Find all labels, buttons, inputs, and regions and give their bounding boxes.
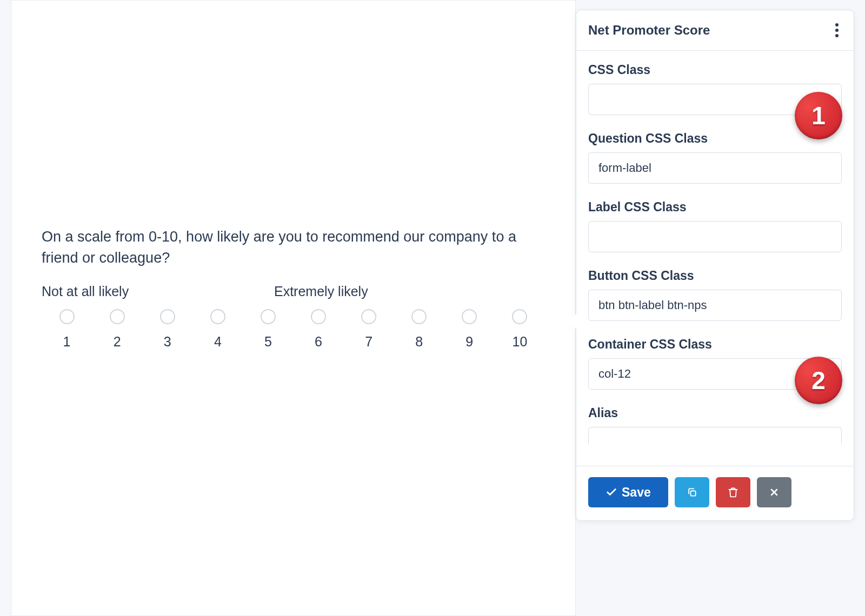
panel-pointer-icon xyxy=(569,313,577,330)
nps-option[interactable]: 1 xyxy=(42,309,92,350)
nps-number: 6 xyxy=(293,334,343,350)
nps-option[interactable]: 4 xyxy=(192,309,243,350)
panel-footer: Save xyxy=(576,466,854,520)
question-text: On a scale from 0-10, how likely are you… xyxy=(42,226,545,269)
radio-icon xyxy=(311,309,326,324)
radio-icon xyxy=(261,309,276,324)
scale-label-right: Extremely likely xyxy=(274,284,368,299)
nps-number: 2 xyxy=(92,334,142,350)
close-icon xyxy=(769,486,780,498)
nps-option[interactable]: 9 xyxy=(444,309,495,350)
nps-number: 8 xyxy=(394,334,444,350)
nps-option[interactable]: 2 xyxy=(92,309,142,350)
copy-button[interactable] xyxy=(675,477,709,507)
svg-rect-0 xyxy=(690,491,695,496)
field-label: Container CSS Class xyxy=(588,337,842,352)
field-label: Label CSS Class xyxy=(588,200,842,215)
field-label-css-class: Label CSS Class xyxy=(588,200,842,252)
radio-icon xyxy=(411,309,427,324)
field-label: Alias xyxy=(588,406,842,420)
copy-icon xyxy=(687,486,697,499)
radio-icon xyxy=(462,309,477,324)
nps-option[interactable]: 10 xyxy=(495,309,545,350)
field-alias: Alias xyxy=(588,406,842,444)
radio-icon xyxy=(210,309,225,324)
question-css-class-input[interactable] xyxy=(588,152,842,184)
annotation-badge-2: 2 xyxy=(795,357,842,404)
nps-option[interactable]: 7 xyxy=(344,309,394,350)
save-button-label: Save xyxy=(622,485,651,500)
nps-number: 3 xyxy=(142,334,192,350)
field-label: CSS Class xyxy=(588,63,842,77)
radio-icon xyxy=(110,309,125,324)
field-label: Button CSS Class xyxy=(588,269,842,283)
radio-icon xyxy=(512,309,527,324)
kebab-menu-icon[interactable] xyxy=(832,20,842,41)
delete-button[interactable] xyxy=(716,477,750,507)
nps-option[interactable]: 5 xyxy=(243,309,293,350)
alias-input[interactable] xyxy=(588,427,842,444)
nps-number: 10 xyxy=(495,334,545,350)
nps-option[interactable]: 6 xyxy=(293,309,343,350)
nps-option[interactable]: 3 xyxy=(142,309,192,350)
panel-title: Net Promoter Score xyxy=(588,23,710,38)
radio-icon xyxy=(361,309,376,324)
radio-icon xyxy=(160,309,175,324)
annotation-badge-1: 1 xyxy=(795,92,842,139)
label-css-class-input[interactable] xyxy=(588,221,842,252)
trash-icon xyxy=(728,486,738,499)
nps-number: 7 xyxy=(344,334,394,350)
scale-labels: Not at all likely Extremely likely xyxy=(42,284,545,299)
nps-number: 1 xyxy=(42,334,92,350)
scale-label-left: Not at all likely xyxy=(42,284,274,299)
field-question-css-class: Question CSS Class xyxy=(588,131,842,184)
radio-icon xyxy=(59,309,75,324)
save-button[interactable]: Save xyxy=(588,477,668,507)
panel-header: Net Promoter Score xyxy=(576,10,854,51)
nps-number: 9 xyxy=(444,334,495,350)
nps-option[interactable]: 8 xyxy=(394,309,444,350)
nps-number: 5 xyxy=(243,334,293,350)
check-icon xyxy=(606,486,617,498)
close-button[interactable] xyxy=(757,477,791,507)
preview-canvas: On a scale from 0-10, how likely are you… xyxy=(11,0,576,616)
button-css-class-input[interactable] xyxy=(588,290,842,321)
field-button-css-class: Button CSS Class xyxy=(588,269,842,321)
nps-options-row: 1 2 3 4 5 6 7 8 9 10 xyxy=(42,309,545,350)
nps-number: 4 xyxy=(192,334,243,350)
nps-widget: On a scale from 0-10, how likely are you… xyxy=(42,226,545,350)
settings-panel: Net Promoter Score CSS Class Question CS… xyxy=(576,10,854,521)
